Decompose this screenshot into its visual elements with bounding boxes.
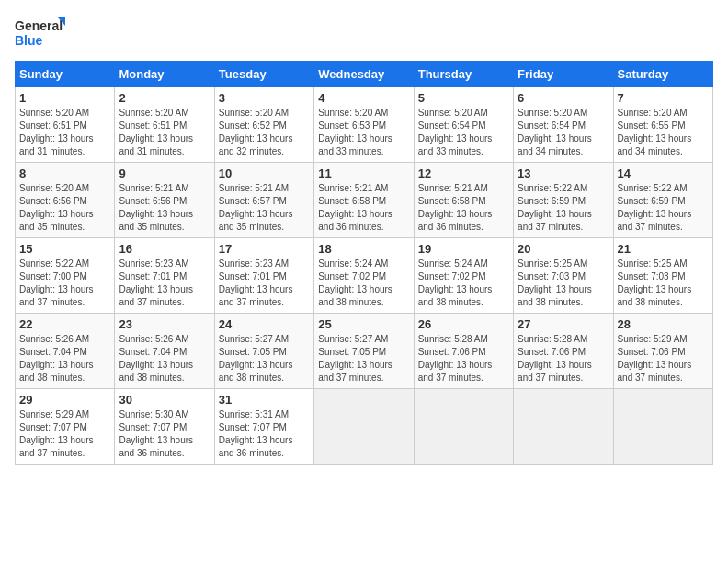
- calendar-day-cell: 31 Sunrise: 5:31 AM Sunset: 7:07 PM Dayl…: [214, 389, 313, 465]
- day-info: Sunrise: 5:20 AM Sunset: 6:52 PM Dayligh…: [219, 107, 310, 158]
- calendar-day-cell: 1 Sunrise: 5:20 AM Sunset: 6:51 PM Dayli…: [16, 87, 115, 163]
- day-number: 5: [418, 91, 509, 105]
- day-info: Sunrise: 5:22 AM Sunset: 6:59 PM Dayligh…: [618, 182, 709, 234]
- weekday-header-cell: Thursday: [414, 62, 513, 87]
- calendar-day-cell: 28 Sunrise: 5:29 AM Sunset: 7:06 PM Dayl…: [613, 314, 712, 389]
- weekday-header-cell: Monday: [115, 62, 214, 87]
- day-info: Sunrise: 5:22 AM Sunset: 6:59 PM Dayligh…: [518, 182, 609, 234]
- day-info: Sunrise: 5:25 AM Sunset: 7:03 PM Dayligh…: [618, 258, 709, 309]
- day-info: Sunrise: 5:20 AM Sunset: 6:55 PM Dayligh…: [618, 107, 709, 158]
- calendar-day-cell: 13 Sunrise: 5:22 AM Sunset: 6:59 PM Dayl…: [514, 163, 613, 238]
- weekday-header-row: SundayMondayTuesdayWednesdayThursdayFrid…: [16, 62, 713, 87]
- day-info: Sunrise: 5:20 AM Sunset: 6:53 PM Dayligh…: [318, 107, 409, 158]
- calendar-day-cell: 26 Sunrise: 5:28 AM Sunset: 7:06 PM Dayl…: [414, 314, 513, 389]
- day-info: Sunrise: 5:23 AM Sunset: 7:01 PM Dayligh…: [219, 258, 310, 309]
- day-info: Sunrise: 5:28 AM Sunset: 7:06 PM Dayligh…: [418, 333, 509, 385]
- calendar-day-cell: 5 Sunrise: 5:20 AM Sunset: 6:54 PM Dayli…: [414, 87, 513, 163]
- calendar-day-cell: 12 Sunrise: 5:21 AM Sunset: 6:58 PM Dayl…: [414, 163, 513, 238]
- day-number: 3: [219, 91, 310, 105]
- calendar-day-cell: 29 Sunrise: 5:29 AM Sunset: 7:07 PM Dayl…: [16, 389, 115, 465]
- day-number: 2: [119, 91, 210, 105]
- calendar-day-cell: 22 Sunrise: 5:26 AM Sunset: 7:04 PM Dayl…: [16, 314, 115, 389]
- day-number: 18: [318, 242, 409, 256]
- day-info: Sunrise: 5:27 AM Sunset: 7:05 PM Dayligh…: [219, 333, 310, 385]
- day-info: Sunrise: 5:20 AM Sunset: 6:51 PM Dayligh…: [119, 107, 210, 158]
- calendar-day-cell: 10 Sunrise: 5:21 AM Sunset: 6:57 PM Dayl…: [214, 163, 313, 238]
- calendar-week-row: 15 Sunrise: 5:22 AM Sunset: 7:00 PM Dayl…: [16, 238, 713, 314]
- weekday-header-cell: Tuesday: [214, 62, 313, 87]
- day-info: Sunrise: 5:25 AM Sunset: 7:03 PM Dayligh…: [518, 258, 609, 309]
- day-number: 6: [518, 91, 609, 105]
- logo: General Blue: [15, 15, 65, 52]
- calendar-day-cell: 15 Sunrise: 5:22 AM Sunset: 7:00 PM Dayl…: [16, 238, 115, 314]
- day-info: Sunrise: 5:27 AM Sunset: 7:05 PM Dayligh…: [318, 333, 409, 385]
- day-number: 10: [219, 167, 310, 180]
- calendar-day-cell: [613, 389, 712, 465]
- calendar-day-cell: 19 Sunrise: 5:24 AM Sunset: 7:02 PM Dayl…: [414, 238, 513, 314]
- day-number: 28: [618, 317, 709, 331]
- day-info: Sunrise: 5:20 AM Sunset: 6:56 PM Dayligh…: [19, 182, 110, 234]
- day-number: 24: [219, 317, 310, 331]
- calendar-day-cell: 17 Sunrise: 5:23 AM Sunset: 7:01 PM Dayl…: [214, 238, 313, 314]
- calendar-day-cell: 2 Sunrise: 5:20 AM Sunset: 6:51 PM Dayli…: [115, 87, 214, 163]
- day-number: 27: [518, 317, 609, 331]
- calendar-day-cell: 18 Sunrise: 5:24 AM Sunset: 7:02 PM Dayl…: [314, 238, 414, 314]
- day-number: 19: [418, 242, 509, 256]
- calendar-day-cell: 3 Sunrise: 5:20 AM Sunset: 6:52 PM Dayli…: [214, 87, 313, 163]
- calendar-day-cell: [414, 389, 513, 465]
- day-number: 8: [19, 167, 110, 180]
- day-number: 7: [618, 91, 709, 105]
- day-number: 21: [618, 242, 709, 256]
- day-number: 4: [318, 91, 409, 105]
- day-info: Sunrise: 5:31 AM Sunset: 7:07 PM Dayligh…: [219, 408, 310, 460]
- day-number: 30: [119, 393, 210, 407]
- day-number: 22: [19, 317, 110, 331]
- day-info: Sunrise: 5:29 AM Sunset: 7:07 PM Dayligh…: [19, 408, 110, 460]
- calendar-week-row: 22 Sunrise: 5:26 AM Sunset: 7:04 PM Dayl…: [16, 314, 713, 389]
- day-number: 23: [119, 317, 210, 331]
- weekday-header-cell: Saturday: [613, 62, 712, 87]
- weekday-header-cell: Friday: [514, 62, 613, 87]
- calendar-week-row: 1 Sunrise: 5:20 AM Sunset: 6:51 PM Dayli…: [16, 87, 713, 163]
- day-info: Sunrise: 5:29 AM Sunset: 7:06 PM Dayligh…: [618, 333, 709, 385]
- day-info: Sunrise: 5:24 AM Sunset: 7:02 PM Dayligh…: [418, 258, 509, 309]
- calendar-day-cell: 16 Sunrise: 5:23 AM Sunset: 7:01 PM Dayl…: [115, 238, 214, 314]
- day-info: Sunrise: 5:21 AM Sunset: 6:57 PM Dayligh…: [219, 182, 310, 234]
- calendar-day-cell: 11 Sunrise: 5:21 AM Sunset: 6:58 PM Dayl…: [314, 163, 414, 238]
- weekday-header-cell: Sunday: [16, 62, 115, 87]
- calendar-day-cell: [514, 389, 613, 465]
- calendar-day-cell: 4 Sunrise: 5:20 AM Sunset: 6:53 PM Dayli…: [314, 87, 414, 163]
- day-info: Sunrise: 5:26 AM Sunset: 7:04 PM Dayligh…: [119, 333, 210, 385]
- day-number: 25: [318, 317, 409, 331]
- calendar-table: SundayMondayTuesdayWednesdayThursdayFrid…: [15, 61, 713, 465]
- day-info: Sunrise: 5:28 AM Sunset: 7:06 PM Dayligh…: [518, 333, 609, 385]
- day-info: Sunrise: 5:26 AM Sunset: 7:04 PM Dayligh…: [19, 333, 110, 385]
- day-number: 17: [219, 242, 310, 256]
- day-info: Sunrise: 5:20 AM Sunset: 6:54 PM Dayligh…: [518, 107, 609, 158]
- day-info: Sunrise: 5:30 AM Sunset: 7:07 PM Dayligh…: [119, 408, 210, 460]
- day-number: 15: [19, 242, 110, 256]
- calendar-day-cell: 14 Sunrise: 5:22 AM Sunset: 6:59 PM Dayl…: [613, 163, 712, 238]
- calendar-day-cell: 24 Sunrise: 5:27 AM Sunset: 7:05 PM Dayl…: [214, 314, 313, 389]
- calendar-day-cell: 6 Sunrise: 5:20 AM Sunset: 6:54 PM Dayli…: [514, 87, 613, 163]
- calendar-day-cell: 8 Sunrise: 5:20 AM Sunset: 6:56 PM Dayli…: [16, 163, 115, 238]
- day-info: Sunrise: 5:21 AM Sunset: 6:56 PM Dayligh…: [119, 182, 210, 234]
- calendar-day-cell: [314, 389, 414, 465]
- day-info: Sunrise: 5:20 AM Sunset: 6:51 PM Dayligh…: [19, 107, 110, 158]
- day-info: Sunrise: 5:21 AM Sunset: 6:58 PM Dayligh…: [318, 182, 409, 234]
- calendar-day-cell: 7 Sunrise: 5:20 AM Sunset: 6:55 PM Dayli…: [613, 87, 712, 163]
- calendar-day-cell: 23 Sunrise: 5:26 AM Sunset: 7:04 PM Dayl…: [115, 314, 214, 389]
- calendar-day-cell: 30 Sunrise: 5:30 AM Sunset: 7:07 PM Dayl…: [115, 389, 214, 465]
- day-number: 14: [618, 167, 709, 180]
- calendar-day-cell: 27 Sunrise: 5:28 AM Sunset: 7:06 PM Dayl…: [514, 314, 613, 389]
- calendar-body: 1 Sunrise: 5:20 AM Sunset: 6:51 PM Dayli…: [16, 87, 713, 465]
- svg-text:Blue: Blue: [15, 33, 43, 48]
- page-header: General Blue: [15, 15, 713, 52]
- weekday-header-cell: Wednesday: [314, 62, 414, 87]
- day-number: 1: [19, 91, 110, 105]
- calendar-week-row: 29 Sunrise: 5:29 AM Sunset: 7:07 PM Dayl…: [16, 389, 713, 465]
- day-info: Sunrise: 5:20 AM Sunset: 6:54 PM Dayligh…: [418, 107, 509, 158]
- calendar-week-row: 8 Sunrise: 5:20 AM Sunset: 6:56 PM Dayli…: [16, 163, 713, 238]
- day-number: 31: [219, 393, 310, 407]
- day-number: 9: [119, 167, 210, 180]
